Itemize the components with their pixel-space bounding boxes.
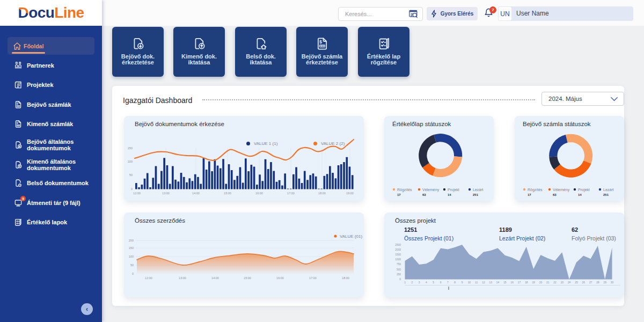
svg-text:Rögzítés: Rögzítés [397, 188, 412, 192]
svg-text:250: 250 [397, 273, 401, 276]
svg-text:2000: 2000 [395, 248, 401, 251]
svg-text:0: 0 [399, 278, 401, 281]
svg-text:29: 29 [604, 281, 607, 284]
svg-text:14:00: 14:00 [192, 192, 200, 195]
svg-text:50: 50 [129, 173, 133, 177]
svg-text:4: 4 [426, 281, 427, 284]
svg-text:17: 17 [397, 193, 401, 196]
svg-text:0: 0 [131, 187, 133, 191]
svg-text:7: 7 [447, 281, 449, 284]
svg-text:13: 13 [489, 281, 493, 284]
svg-text:50: 50 [130, 264, 134, 267]
svg-text:VALUE (01): VALUE (01) [340, 234, 362, 239]
svg-text:63: 63 [553, 193, 557, 196]
svg-text:23: 23 [561, 281, 564, 284]
svg-text:14: 14 [496, 281, 500, 284]
svg-text:200: 200 [129, 239, 134, 242]
svg-text:26: 26 [582, 281, 586, 284]
svg-text:19:00: 19:00 [346, 192, 354, 195]
svg-text:19: 19 [532, 281, 535, 284]
svg-text:15:00: 15:00 [244, 276, 251, 280]
svg-text:16:00: 16:00 [255, 192, 263, 195]
svg-text:18:00: 18:00 [342, 276, 349, 280]
svg-text:Projekt: Projekt [448, 188, 459, 192]
svg-text:27: 27 [589, 281, 592, 284]
svg-text:6: 6 [440, 281, 442, 284]
svg-text:8: 8 [454, 281, 456, 284]
svg-text:750: 750 [397, 263, 401, 266]
svg-text:100: 100 [129, 255, 134, 258]
svg-text:150: 150 [129, 246, 134, 250]
svg-text:17: 17 [528, 193, 531, 196]
svg-text:15:00: 15:00 [224, 192, 231, 195]
svg-text:14:00: 14:00 [211, 276, 219, 280]
svg-text:$: $ [319, 39, 321, 45]
svg-text:28: 28 [596, 281, 599, 284]
svg-text:10: 10 [468, 281, 471, 284]
svg-text:$: $ [17, 102, 18, 105]
svg-text:13:00: 13:00 [179, 276, 186, 280]
svg-text:1000: 1000 [395, 258, 401, 261]
svg-text:22: 22 [553, 281, 557, 284]
svg-text:0: 0 [132, 272, 134, 275]
svg-text:Lezárt: Lezárt [603, 188, 614, 192]
svg-text:16: 16 [511, 281, 514, 284]
svg-text:9: 9 [462, 281, 463, 284]
svg-text:150: 150 [128, 147, 133, 150]
svg-text:20: 20 [539, 281, 543, 284]
svg-text:17:00: 17:00 [309, 276, 317, 280]
svg-text:Lezárt: Lezárt [473, 188, 484, 192]
svg-text:Vélemény: Vélemény [553, 188, 570, 192]
svg-text:16:00: 16:00 [276, 276, 284, 280]
svg-text:15: 15 [503, 281, 507, 284]
svg-text:14: 14 [578, 193, 582, 196]
svg-text:Vélemény: Vélemény [422, 188, 440, 192]
svg-text:11: 11 [475, 281, 478, 284]
svg-text:17:00: 17:00 [287, 192, 295, 195]
svg-text:500: 500 [397, 268, 401, 271]
svg-text:100: 100 [128, 160, 133, 163]
svg-text:63: 63 [422, 193, 426, 196]
svg-text:Rögzítés: Rögzítés [528, 188, 543, 192]
svg-text:21: 21 [546, 281, 550, 284]
svg-text:5: 5 [433, 281, 434, 284]
svg-text:12: 12 [482, 281, 485, 284]
svg-text:251: 251 [473, 193, 479, 196]
svg-text:24: 24 [568, 281, 571, 284]
svg-text:12:00: 12:00 [133, 192, 141, 195]
svg-text:18: 18 [525, 281, 528, 284]
svg-text:30: 30 [611, 281, 614, 284]
svg-text:12:00: 12:00 [145, 276, 152, 280]
svg-text:17: 17 [518, 281, 521, 284]
svg-text:1500: 1500 [395, 253, 401, 256]
svg-text:14: 14 [448, 193, 451, 196]
svg-text:251: 251 [603, 193, 609, 196]
svg-text:13:00: 13:00 [162, 192, 170, 195]
svg-text:$: $ [17, 121, 18, 125]
svg-text:2500: 2500 [395, 244, 401, 246]
svg-text:3: 3 [419, 281, 420, 284]
svg-text:1: 1 [404, 281, 406, 284]
svg-text:18:00: 18:00 [318, 192, 326, 195]
svg-text:25: 25 [575, 281, 578, 284]
svg-text:2: 2 [411, 281, 413, 284]
svg-text:Projekt: Projekt [578, 188, 590, 192]
